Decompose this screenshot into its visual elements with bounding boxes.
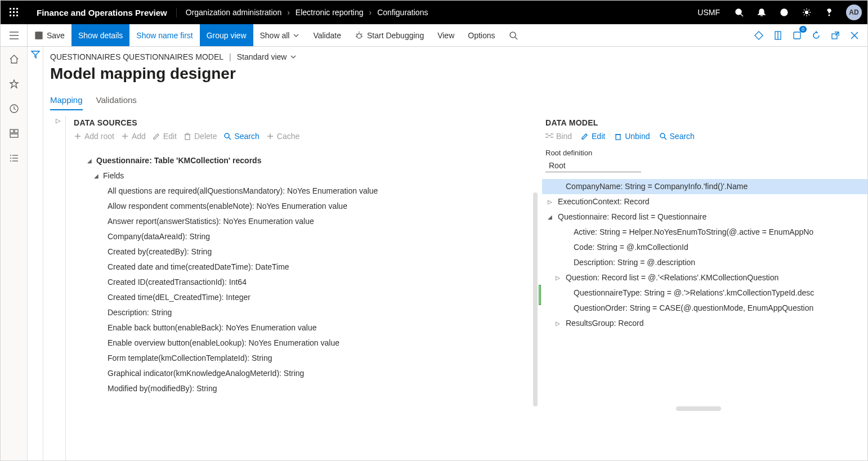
tree-field-item[interactable]: Allow respondent comments(enableNote): N… <box>74 199 538 214</box>
ds-add-root-button[interactable]: Add root <box>74 132 114 141</box>
dm-unbind-button[interactable]: Unbind <box>614 132 650 141</box>
svg-point-58 <box>225 133 229 138</box>
tree-field-item[interactable]: Created ID(createdTransactionId): Int64 <box>74 275 538 290</box>
company-code[interactable]: USMF <box>690 8 728 17</box>
tab-mapping[interactable]: Mapping <box>50 95 83 110</box>
tab-validations[interactable]: Validations <box>96 95 137 110</box>
tree-field-item[interactable]: Answer report(answerStatistics): NoYes E… <box>74 214 538 229</box>
ds-edit-button[interactable]: Edit <box>153 132 177 141</box>
recent-icon[interactable] <box>4 99 24 119</box>
svg-point-9 <box>736 9 741 15</box>
ds-cache-button[interactable]: Cache <box>266 132 299 141</box>
svg-point-15 <box>806 11 808 14</box>
dm-tree-row[interactable]: ▷ExecutionContext: Record <box>542 194 867 209</box>
validate-button[interactable]: Validate <box>306 24 348 46</box>
modules-icon[interactable] <box>4 148 24 168</box>
columns: ▷ DATA SOURCES Add root Add Edit Delete … <box>50 116 867 461</box>
chevron-down-icon <box>290 53 297 60</box>
breadcrumb-item-1[interactable]: Electronic reporting <box>296 8 364 17</box>
tree-field-item[interactable]: Enable overview button(enableLookup): No… <box>74 335 538 351</box>
dm-tree-row[interactable]: QuestionOrder: String = CASE(@.questionM… <box>542 301 867 316</box>
svg-rect-4 <box>13 11 15 13</box>
avatar[interactable]: AD <box>846 5 862 20</box>
show-details-button[interactable]: Show details <box>71 24 129 46</box>
tree-field-item[interactable]: Created by(createdBy): String <box>74 244 538 259</box>
dm-tree-row[interactable]: QuestionnaireType: String = @.'>Relation… <box>542 285 867 301</box>
home-icon[interactable] <box>4 49 24 69</box>
search-icon[interactable] <box>728 1 750 24</box>
start-debugging-button[interactable]: Start Debugging <box>348 24 431 46</box>
svg-point-12 <box>781 9 788 16</box>
tree-field-item[interactable]: Company(dataAreaId): String <box>74 229 538 244</box>
datasources-panel: DATA SOURCES Add root Add Edit Delete Se… <box>66 116 542 461</box>
app-launcher[interactable] <box>1 1 28 24</box>
breadcrumb-item-2[interactable]: Configurations <box>377 8 428 17</box>
breadcrumb-item-0[interactable]: Organization administration <box>186 8 281 17</box>
show-name-first-label: Show name first <box>136 31 193 40</box>
root-definition-input[interactable]: Root <box>545 159 641 172</box>
tree-field-item[interactable]: Graphical indicator(kmKnowledgeAnalogMet… <box>74 366 538 381</box>
dm-tree-row[interactable]: ▷ResultsGroup: Record <box>542 316 867 331</box>
tree-field-item[interactable]: Description: String <box>74 305 538 320</box>
show-all-dropdown[interactable]: Show all <box>253 24 307 46</box>
tree-node-fields[interactable]: ◢Fields <box>74 168 538 183</box>
dm-tree-row[interactable]: Active: String = Helper.NoYesEnumToStrin… <box>542 225 867 240</box>
tabs: Mapping Validations <box>50 95 867 110</box>
filter-icon[interactable] <box>31 50 40 461</box>
app-title: Finance and Operations Preview <box>28 8 177 17</box>
dm-tree-row[interactable]: Code: String = @.kmCollectionId <box>542 240 867 255</box>
scrollbar-horizontal[interactable] <box>676 406 721 411</box>
caret-icon: ◢ <box>548 209 554 225</box>
popout-icon[interactable] <box>828 28 843 43</box>
tree-field-item[interactable]: All questions are required(allQuestionsM… <box>74 183 538 199</box>
tree-field-item[interactable]: Modified by(modifiedBy): String <box>74 381 538 396</box>
workspaces-icon[interactable] <box>4 123 24 144</box>
favorites-icon[interactable] <box>4 74 24 94</box>
content: QUESTIONNAIRES QUESTIONNAIRES MODEL | St… <box>43 47 867 461</box>
tree-field-item[interactable]: Enable back button(enableBack): NoYes En… <box>74 320 538 335</box>
tree-field-item[interactable]: Created date and time(createdDateTime): … <box>74 259 538 275</box>
view-selector[interactable]: Standard view <box>237 52 297 61</box>
bell-icon[interactable] <box>750 1 773 24</box>
notifications-badge[interactable] <box>790 28 804 43</box>
ds-delete-button[interactable]: Delete <box>184 132 217 141</box>
tree-field-item[interactable]: Form template(kmCollectionTemplateId): S… <box>74 351 538 366</box>
help-icon[interactable] <box>818 1 840 24</box>
datasources-title: DATA SOURCES <box>74 118 538 127</box>
tree-field-item[interactable]: Created time(dEL_CreatedTime): Integer <box>74 290 538 305</box>
smiley-icon[interactable] <box>773 1 795 24</box>
hamburger-icon[interactable] <box>1 24 28 46</box>
svg-rect-7 <box>13 15 15 16</box>
ribbon-search-icon[interactable] <box>502 24 525 46</box>
expand-collapse-icon[interactable]: ▷ <box>56 117 60 461</box>
diamond-icon[interactable] <box>751 28 766 43</box>
dm-search-button[interactable]: Search <box>659 132 695 141</box>
ds-search-button[interactable]: Search <box>223 132 259 141</box>
splitter-handle[interactable] <box>539 285 541 305</box>
show-name-first-button[interactable]: Show name first <box>129 24 199 46</box>
dm-tree-row[interactable]: Description: String = @.description <box>542 255 867 270</box>
dm-bind-button[interactable]: Bind <box>545 132 572 141</box>
group-view-button[interactable]: Group view <box>200 24 253 46</box>
attachment-icon[interactable] <box>771 28 785 43</box>
dm-tree-row[interactable]: ◢Questionnaire: Record list = Questionna… <box>542 209 867 225</box>
tree-node-root[interactable]: ◢Questionnaire: Table 'KMCollection' rec… <box>74 153 538 168</box>
view-menu[interactable]: View <box>431 24 461 46</box>
dm-tree-row[interactable]: CompanyName: String = CompanyInfo.'find(… <box>542 179 867 194</box>
svg-rect-0 <box>10 8 11 10</box>
dm-tree-row[interactable]: ▷Question: Record list = @.'<Relations'.… <box>542 270 867 285</box>
refresh-icon[interactable] <box>809 28 824 43</box>
ds-add-button[interactable]: Add <box>121 132 146 141</box>
close-icon[interactable] <box>847 28 862 43</box>
svg-rect-3 <box>10 11 11 13</box>
scrollbar-vertical[interactable] <box>533 193 538 406</box>
save-button[interactable]: Save <box>28 24 71 46</box>
dm-edit-button[interactable]: Edit <box>581 132 605 141</box>
svg-point-14 <box>785 11 786 12</box>
options-menu[interactable]: Options <box>461 24 502 46</box>
view-label: View <box>437 31 454 40</box>
group-view-label: Group view <box>207 31 247 40</box>
chevron-down-icon <box>293 32 299 39</box>
show-details-label: Show details <box>78 31 123 40</box>
gear-icon[interactable] <box>795 1 818 24</box>
